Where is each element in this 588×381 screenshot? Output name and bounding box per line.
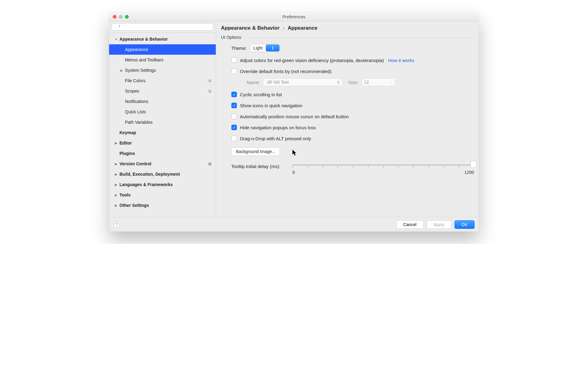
tree-item-system-settings[interactable]: ▶System Settings	[109, 65, 216, 75]
cyclic-scroll-label: Cyclic scrolling in list	[240, 92, 282, 97]
how-it-works-link[interactable]: How it works	[388, 58, 414, 63]
main-panel: Appearance & Behavior › Appearance UI Op…	[216, 21, 479, 217]
tree-item-editor[interactable]: ▶Editor	[109, 138, 216, 148]
disclosure-right-icon[interactable]: ▶	[114, 203, 118, 207]
preferences-window: Preferences ▼ ▼ Appearance & Behavior Ap…	[109, 12, 479, 232]
tree-item-path-variables[interactable]: Path Variables	[109, 117, 216, 127]
titlebar: Preferences	[109, 12, 479, 21]
divider	[244, 37, 474, 38]
font-name-select[interactable]: .SF NS Text ▲▼	[263, 78, 343, 86]
tree-item-file-colors[interactable]: File Colors⧉	[109, 75, 216, 86]
disclosure-right-icon[interactable]: ▶	[119, 68, 124, 72]
tree-item-languages[interactable]: ▶Languages & Frameworks	[109, 179, 216, 190]
hide-popups-label: Hide navigation popups on focus loss	[240, 125, 316, 130]
apply-button[interactable]: Apply	[427, 220, 451, 229]
auto-mouse-label: Automatically position mouse cursor on d…	[240, 114, 349, 119]
ok-button[interactable]: OK	[454, 220, 475, 229]
breadcrumb-current: Appearance	[288, 25, 317, 31]
disclosure-right-icon[interactable]: ▶	[114, 172, 118, 176]
search-dropdown-icon[interactable]: ▼	[118, 25, 121, 27]
settings-tree: ▼ Appearance & Behavior Appearance Menus…	[109, 33, 216, 211]
help-button[interactable]: ?	[113, 222, 119, 228]
shared-icon: ⧉	[208, 162, 213, 166]
cyclic-scroll-checkbox[interactable]: ✓	[231, 92, 237, 97]
tree-item-version-control[interactable]: ▶Version Control⧉	[109, 159, 216, 169]
disclosure-down-icon[interactable]: ▼	[114, 37, 118, 41]
shared-icon: ⧉	[208, 79, 213, 83]
quick-nav-icons-checkbox[interactable]: ✓	[231, 103, 237, 108]
sidebar: ▼ ▼ Appearance & Behavior Appearance Men…	[109, 21, 216, 217]
theme-label: Theme:	[231, 46, 247, 51]
tree-item-keymap[interactable]: Keymap	[109, 127, 216, 138]
tree-item-menus-toolbars[interactable]: Menus and Toolbars	[109, 55, 216, 65]
tree-item-quick-lists[interactable]: Quick Lists	[109, 107, 216, 117]
theme-select[interactable]: Light ▲▼	[250, 44, 280, 52]
drag-alt-checkbox[interactable]	[231, 136, 237, 141]
section-title: UI Options	[221, 35, 241, 40]
tree-item-scopes[interactable]: Scopes⧉	[109, 86, 216, 96]
cancel-button[interactable]: Cancel	[396, 220, 424, 229]
font-name-label: Name:	[247, 80, 260, 85]
select-arrows-icon: ▲▼	[266, 44, 280, 52]
override-fonts-label: Override default fonts by (not recommend…	[240, 69, 333, 74]
window-title: Preferences	[109, 14, 479, 19]
breadcrumb-parent[interactable]: Appearance & Behavior	[221, 25, 280, 31]
select-arrows-icon: ▲▼	[337, 80, 340, 84]
background-image-button[interactable]: Background Image...	[231, 147, 280, 156]
chevron-right-icon: ›	[283, 25, 285, 31]
disclosure-right-icon[interactable]: ▶	[114, 162, 118, 166]
chevron-down-icon: ⌄	[390, 81, 392, 83]
slider-min: 0	[292, 170, 295, 175]
tree-item-notifications[interactable]: Notifications	[109, 96, 216, 107]
disclosure-right-icon[interactable]: ▶	[114, 141, 118, 145]
shared-icon: ⧉	[208, 89, 213, 93]
tree-item-plugins[interactable]: Plugins	[109, 148, 216, 159]
dialog-footer: ? Cancel Apply OK	[109, 217, 479, 232]
slider-max: 1200	[465, 170, 474, 175]
slider-thumb[interactable]	[470, 161, 476, 168]
tree-item-tools[interactable]: ▶Tools	[109, 190, 216, 200]
tree-item-other-settings[interactable]: ▶Other Settings	[109, 200, 216, 211]
font-size-select[interactable]: 12 ⌄	[362, 78, 395, 86]
auto-mouse-checkbox[interactable]	[231, 114, 237, 119]
adjust-colors-label: Adjust colors for red-green vision defic…	[240, 58, 384, 63]
quick-nav-icons-label: Show icons in quick navigation	[240, 103, 302, 108]
tree-item-build[interactable]: ▶Build, Execution, Deployment	[109, 169, 216, 179]
override-fonts-checkbox[interactable]	[231, 68, 237, 74]
tree-item-appearance[interactable]: Appearance	[109, 44, 216, 55]
tooltip-delay-label: Tooltip initial delay (ms):	[231, 162, 280, 169]
breadcrumb: Appearance & Behavior › Appearance	[216, 21, 479, 34]
hide-popups-checkbox[interactable]: ✓	[231, 125, 237, 130]
tooltip-delay-slider[interactable]	[292, 162, 474, 168]
tree-item-appearance-behavior[interactable]: ▼ Appearance & Behavior	[109, 34, 216, 44]
disclosure-right-icon[interactable]: ▶	[114, 193, 118, 197]
drag-alt-label: Drag-n-Drop with ALT pressed only	[240, 136, 311, 141]
adjust-colors-checkbox[interactable]	[231, 57, 237, 63]
search-input[interactable]	[112, 23, 213, 31]
disclosure-right-icon[interactable]: ▶	[114, 182, 118, 187]
cursor-icon	[292, 150, 297, 156]
font-size-label: Size:	[348, 80, 358, 85]
